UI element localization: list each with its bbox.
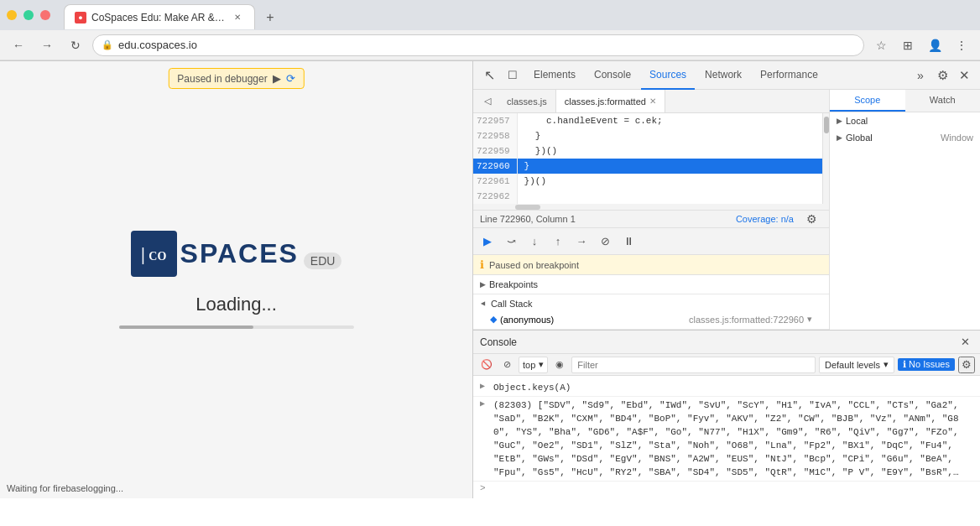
- breakpoint-info-text: Paused on breakpoint: [489, 260, 579, 270]
- console-toolbar: 🚫 ⊘ top ▾ ◉ Default levels ▾ ℹ No Issues: [473, 354, 980, 376]
- breakpoints-section: ▶ Breakpoints: [473, 275, 829, 294]
- forward-button[interactable]: →: [35, 34, 59, 57]
- console-prompt-icon: >: [480, 483, 486, 493]
- logo-text: SPACES EDU: [180, 238, 342, 269]
- devtools-settings-button[interactable]: ⚙: [931, 65, 953, 86]
- console-context-select[interactable]: top ▾: [519, 357, 548, 373]
- source-back-button[interactable]: ◁: [477, 91, 498, 112]
- tab-close-button[interactable]: ✕: [231, 11, 244, 24]
- console-title: Console: [480, 336, 951, 348]
- deactivate-button[interactable]: ⊘: [596, 232, 614, 251]
- source-file-close-button[interactable]: ✕: [649, 96, 656, 106]
- bookmark-button[interactable]: ☆: [869, 34, 893, 57]
- console-eye-button[interactable]: ◉: [551, 357, 568, 373]
- minimize-button[interactable]: [7, 10, 17, 20]
- scope-global-value: Window: [941, 133, 973, 143]
- call-stack-item[interactable]: ◆ (anonymous) classes.js:formatted:72296…: [473, 311, 829, 327]
- scope-item-local[interactable]: ▶ Local: [830, 112, 980, 129]
- console-gear-button[interactable]: ⚙: [958, 357, 975, 373]
- cospaces-logo: | CO SPACES EDU: [131, 231, 342, 277]
- devtools-panel: ↖ ☐ Elements Console Sources Network Per…: [472, 61, 980, 498]
- console-stop-button[interactable]: ⊘: [498, 357, 515, 373]
- code-lines-container[interactable]: 722957 c.handleEvent = c.ek; 722958 } 72…: [473, 113, 822, 204]
- console-filter-input[interactable]: [571, 357, 816, 373]
- breakpoints-header[interactable]: ▶ Breakpoints: [473, 277, 829, 292]
- devtools-close-button[interactable]: ✕: [953, 65, 975, 86]
- debugger-play-button[interactable]: ▶: [273, 72, 281, 85]
- scope-tab-watch[interactable]: Watch: [905, 90, 981, 112]
- resume-button[interactable]: ▶: [478, 232, 497, 251]
- debugger-banner-text: Paused in debugger: [177, 73, 267, 85]
- loading-bar: [119, 325, 253, 329]
- win-close-button[interactable]: [40, 10, 50, 20]
- code-line-722958: 722958 }: [473, 128, 822, 143]
- address-text: edu.cospaces.io: [118, 39, 855, 51]
- new-tab-button[interactable]: +: [258, 6, 282, 29]
- browser-tab[interactable]: ● CoSpaces Edu: Make AR & V... ✕: [64, 4, 255, 29]
- call-stack-header[interactable]: ▼ Call Stack: [473, 296, 829, 311]
- devtools-toolbar: ↖ ☐ Elements Console Sources Network Per…: [473, 61, 980, 90]
- console-levels-button[interactable]: Default levels ▾: [819, 357, 894, 373]
- more-tabs-button[interactable]: »: [910, 65, 931, 86]
- loading-bar-container: [119, 325, 354, 329]
- console-expand-0[interactable]: ▶: [480, 381, 488, 391]
- source-file-tab-classes-formatted[interactable]: classes.js:formatted ✕: [556, 90, 665, 113]
- tab-network[interactable]: Network: [696, 61, 750, 90]
- call-stack-item-location: classes.js:formatted:722960: [689, 315, 804, 325]
- nav-bar: ← → ↻ 🔒 edu.cospaces.io ☆ ⊞ 👤 ⋮: [0, 30, 980, 60]
- console-header: Console ✕: [473, 331, 980, 354]
- debugger-record-button[interactable]: ⟳: [286, 72, 295, 85]
- window-controls: [7, 10, 50, 20]
- nav-right-buttons: ☆ ⊞ 👤 ⋮: [869, 34, 973, 57]
- scope-panel: Scope Watch ▶ Local ▶ Global Window: [829, 90, 980, 330]
- tab-performance[interactable]: Performance: [752, 61, 826, 90]
- waiting-text: Waiting for firebaselogging...: [7, 483, 123, 493]
- scope-item-global[interactable]: ▶ Global Window: [830, 129, 980, 146]
- code-line-722962: 722962: [473, 189, 822, 204]
- console-close-button[interactable]: ✕: [957, 334, 973, 351]
- breakpoint-info-bar[interactable]: ℹ Paused on breakpoint: [473, 255, 829, 275]
- console-clear-button[interactable]: 🚫: [478, 357, 495, 373]
- scope-tabs: Scope Watch: [830, 90, 980, 112]
- tab-elements[interactable]: Elements: [525, 61, 584, 90]
- browser-chrome: ● CoSpaces Edu: Make AR & V... ✕ + ← → ↻…: [0, 0, 980, 61]
- code-editor[interactable]: 722957 c.handleEvent = c.ek; 722958 } 72…: [473, 113, 829, 210]
- console-text-1: (82303) ["SDV", "Sd9", "Ebd", "IWd", "Sv…: [493, 398, 963, 479]
- maximize-button[interactable]: [23, 10, 34, 20]
- console-expand-1[interactable]: ▶: [480, 398, 488, 409]
- step-into-button[interactable]: ↓: [525, 232, 544, 251]
- console-row-1: ▶ (82303) ["SDV", "Sd9", "Ebd", "IWd", "…: [473, 397, 980, 482]
- debugger-bottom: ℹ Paused on breakpoint ▶ Breakpoints ▼: [473, 255, 829, 330]
- devtools-mobile-icon[interactable]: ☐: [502, 65, 524, 86]
- call-stack-dropdown-icon[interactable]: ▾: [807, 314, 812, 325]
- step-out-button[interactable]: ↑: [549, 232, 567, 251]
- source-file-tab-classes-js[interactable]: classes.js: [498, 90, 556, 113]
- console-output[interactable]: ▶ Object.keys(A) ▶ (82303) ["SDV", "Sd9"…: [473, 376, 980, 498]
- address-bar[interactable]: 🔒 edu.cospaces.io: [92, 34, 864, 56]
- status-settings-button[interactable]: ⚙: [800, 208, 822, 230]
- scope-local-arrow: ▶: [837, 117, 842, 125]
- code-line-722959: 722959 })(): [473, 143, 822, 159]
- call-stack-label: Call Stack: [491, 299, 533, 309]
- menu-button[interactable]: ⋮: [950, 34, 973, 57]
- tab-sources[interactable]: Sources: [641, 61, 695, 90]
- coverage-button[interactable]: Coverage: n/a: [736, 214, 794, 224]
- tab-favicon: ●: [75, 12, 86, 23]
- account-button[interactable]: 👤: [923, 34, 946, 57]
- reload-button[interactable]: ↻: [64, 34, 87, 57]
- title-bar: ● CoSpaces Edu: Make AR & V... ✕ +: [0, 0, 980, 30]
- tab-console[interactable]: Console: [586, 61, 639, 90]
- devtools-cursor-icon[interactable]: ↖: [478, 65, 500, 86]
- back-button[interactable]: ←: [7, 34, 30, 57]
- devtools-tabs-right: » ⚙ ✕: [910, 65, 975, 86]
- code-vertical-scrollbar[interactable]: [822, 113, 829, 204]
- step-button[interactable]: →: [572, 232, 591, 251]
- scope-tab-scope[interactable]: Scope: [830, 90, 905, 112]
- main-content: Paused in debugger ▶ ⟳ | CO SPACES EDU L…: [0, 61, 980, 498]
- call-stack-section: ▼ Call Stack ◆ (anonymous) classes.js:fo…: [473, 294, 829, 330]
- console-issues-badge[interactable]: ℹ No Issues: [898, 358, 955, 371]
- pause-exception-button[interactable]: ⏸: [619, 232, 638, 251]
- extensions-button[interactable]: ⊞: [896, 34, 920, 57]
- step-over-button[interactable]: ⤻: [502, 232, 520, 251]
- code-status-bar: Line 722960, Column 1 Coverage: n/a ⚙: [473, 210, 829, 228]
